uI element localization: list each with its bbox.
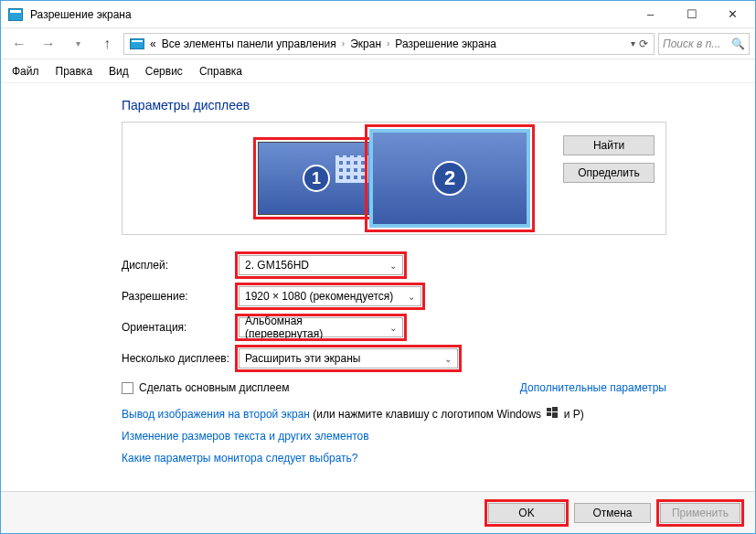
display-preview-panel: 1 2 Найти Определить bbox=[122, 122, 666, 235]
windows-logo-icon bbox=[547, 407, 558, 418]
orientation-select-value: Альбомная (перевернутая) bbox=[245, 315, 382, 340]
app-icon bbox=[8, 8, 23, 21]
chevron-down-icon[interactable]: ▾ bbox=[631, 38, 635, 48]
make-main-checkbox[interactable] bbox=[122, 382, 133, 394]
help-links: Вывод изображения на второй экран (или н… bbox=[122, 407, 670, 465]
refresh-icon[interactable]: ⟳ bbox=[639, 37, 648, 50]
search-input[interactable]: Поиск в п... 🔍 bbox=[658, 33, 750, 55]
project-line: Вывод изображения на второй экран (или н… bbox=[122, 407, 670, 421]
apply-button[interactable]: Применить bbox=[660, 503, 740, 523]
project-tail-text: и P) bbox=[560, 408, 583, 421]
which-monitor-link[interactable]: Какие параметры монитора следует выбрать… bbox=[122, 452, 358, 465]
menu-edit[interactable]: Правка bbox=[56, 65, 93, 78]
find-button[interactable]: Найти bbox=[563, 135, 655, 155]
menubar: Файл Правка Вид Сервис Справка bbox=[1, 59, 755, 83]
orientation-label: Ориентация: bbox=[122, 321, 239, 334]
up-button[interactable]: ↑ bbox=[94, 32, 120, 56]
svg-rect-0 bbox=[547, 408, 551, 411]
display-label: Дисплей: bbox=[122, 259, 239, 272]
project-rest-text: (или нажмите клавишу с логотипом Windows bbox=[310, 408, 544, 421]
display-select[interactable]: 2. GM156HD ⌄ bbox=[239, 255, 403, 275]
back-button[interactable]: ← bbox=[6, 32, 32, 56]
menu-help[interactable]: Справка bbox=[199, 65, 242, 78]
dropdown-history[interactable]: ▾ bbox=[65, 32, 91, 56]
forward-button[interactable]: → bbox=[36, 32, 61, 56]
settings-form: Дисплей: 2. GM156HD ⌄ Разрешение: 1920 ×… bbox=[122, 251, 737, 372]
search-placeholder: Поиск в п... bbox=[663, 37, 720, 50]
chevron-down-icon: ⌄ bbox=[382, 261, 397, 271]
control-panel-icon bbox=[130, 38, 144, 49]
dialog-footer: OK Отмена Применить bbox=[1, 491, 755, 533]
identify-button[interactable]: Определить bbox=[563, 163, 655, 183]
multi-display-select-value: Расширить эти экраны bbox=[245, 352, 360, 365]
chevron-down-icon: ⌄ bbox=[400, 292, 415, 302]
window-controls: – ☐ ✕ bbox=[630, 2, 753, 27]
breadcrumb-item[interactable]: Разрешение экрана bbox=[395, 37, 496, 50]
search-icon: 🔍 bbox=[731, 37, 745, 50]
window-title: Разрешение экрана bbox=[30, 8, 630, 21]
menu-service[interactable]: Сервис bbox=[145, 65, 183, 78]
chevron-down-icon: ⌄ bbox=[382, 323, 397, 333]
resolution-select-value: 1920 × 1080 (рекомендуется) bbox=[245, 290, 393, 303]
monitor-1[interactable]: 1 bbox=[258, 142, 375, 215]
monitor-number-2: 2 bbox=[432, 161, 467, 196]
monitor-2[interactable]: 2 bbox=[369, 129, 530, 228]
breadcrumb-prefix: « bbox=[150, 37, 156, 50]
svg-rect-1 bbox=[552, 407, 558, 411]
close-button[interactable]: ✕ bbox=[712, 2, 753, 27]
titlebar: Разрешение экрана – ☐ ✕ bbox=[1, 1, 755, 28]
display-side-buttons: Найти Определить bbox=[563, 135, 655, 183]
minimize-button[interactable]: – bbox=[630, 2, 671, 27]
text-scaling-link[interactable]: Изменение размеров текста и других элеме… bbox=[122, 430, 369, 443]
project-to-second-link[interactable]: Вывод изображения на второй экран bbox=[122, 408, 310, 421]
page-title: Параметры дисплеев bbox=[122, 98, 737, 112]
cancel-button[interactable]: Отмена bbox=[574, 503, 651, 523]
ok-button[interactable]: OK bbox=[488, 503, 565, 523]
breadcrumb-item[interactable]: Все элементы панели управления bbox=[162, 37, 336, 50]
monitor-thumbnail-icon bbox=[335, 155, 368, 183]
display-select-value: 2. GM156HD bbox=[245, 259, 309, 272]
multi-display-label: Несколько дисплеев: bbox=[122, 352, 239, 365]
chevron-right-icon: › bbox=[387, 38, 389, 48]
address-bar[interactable]: « Все элементы панели управления › Экран… bbox=[123, 33, 655, 55]
menu-view[interactable]: Вид bbox=[109, 65, 129, 78]
chevron-right-icon: › bbox=[342, 38, 345, 48]
resolution-select[interactable]: 1920 × 1080 (рекомендуется) ⌄ bbox=[239, 286, 421, 306]
multi-display-select[interactable]: Расширить эти экраны ⌄ bbox=[239, 348, 458, 368]
orientation-select[interactable]: Альбомная (перевернутая) ⌄ bbox=[239, 317, 403, 337]
navbar: ← → ▾ ↑ « Все элементы панели управления… bbox=[1, 28, 755, 59]
content-area: Параметры дисплеев 1 2 Найти Определить … bbox=[1, 83, 755, 475]
svg-rect-2 bbox=[547, 412, 551, 416]
advanced-settings-link[interactable]: Дополнительные параметры bbox=[520, 381, 666, 394]
resolution-label: Разрешение: bbox=[122, 290, 239, 303]
svg-rect-3 bbox=[552, 412, 558, 418]
menu-file[interactable]: Файл bbox=[12, 65, 39, 78]
monitor-number-1: 1 bbox=[303, 165, 330, 192]
maximize-button[interactable]: ☐ bbox=[671, 2, 712, 27]
make-main-label: Сделать основным дисплеем bbox=[139, 381, 289, 394]
make-main-display-row: Сделать основным дисплеем Дополнительные… bbox=[122, 381, 666, 394]
breadcrumb-item[interactable]: Экран bbox=[350, 37, 381, 50]
chevron-down-icon: ⌄ bbox=[437, 354, 452, 364]
